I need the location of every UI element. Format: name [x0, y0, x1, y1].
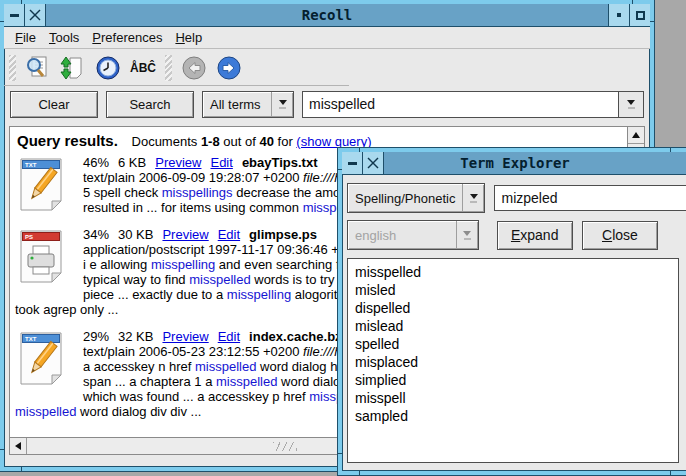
result-filename: glimpse.ps [249, 227, 317, 242]
chevron-down-icon[interactable] [271, 92, 293, 117]
term-list-item[interactable]: misspell [348, 389, 678, 407]
maximize-button[interactable] [629, 4, 650, 26]
result-relevance: 34% [83, 227, 109, 242]
result-filename: ebayTips.txt [242, 155, 318, 170]
scroll-left-icon [15, 442, 21, 450]
term-explorer-titlebar[interactable]: Term Explorer [342, 152, 686, 175]
forward-arrow-icon [216, 55, 242, 81]
term-list-item[interactable]: misplaced [348, 353, 678, 371]
expand-button[interactable]: Expand [497, 221, 573, 250]
search-type-value: All terms [203, 92, 271, 117]
preview-link[interactable]: Preview [155, 155, 201, 170]
result-filename: index.cache.bz2 [249, 329, 349, 344]
highlighted-term: misspelling [151, 257, 215, 272]
search-button[interactable]: Search [106, 91, 194, 118]
snippet-text: typical way to find [83, 272, 189, 287]
back-button[interactable] [179, 53, 209, 83]
svg-text:TXT: TXT [25, 162, 37, 168]
highlighted-term: misspelled [216, 374, 277, 389]
toolbar-grip[interactable] [165, 55, 172, 81]
menu-item-preferences[interactable]: Preferences [90, 29, 164, 46]
highlighted-term: misspelled [195, 359, 256, 374]
menu-item-file[interactable]: File [13, 29, 38, 46]
edit-link[interactable]: Edit [218, 329, 240, 344]
result-relevance: 46% [83, 155, 109, 170]
term-explorer-abc-icon: ÅBĈ [130, 61, 156, 75]
search-type-combo[interactable]: All terms [202, 91, 294, 118]
close-icon [367, 157, 379, 169]
term-list-item[interactable]: simplied [348, 371, 678, 389]
show-query-link[interactable]: (show query) [296, 134, 371, 149]
minimize-icon [10, 14, 19, 17]
dialog-title: Term Explorer [342, 152, 686, 174]
toolbar: ÅBĈ [4, 49, 650, 86]
snippet-text: piece ... exactly due to a [83, 287, 227, 302]
expansion-mode-row: Spelling/Phonetic [347, 183, 680, 213]
term-input[interactable] [494, 185, 686, 211]
term-list-item[interactable]: dispelled [348, 299, 678, 317]
desktop: { "colors":{ "frame_light":"#7dcbec","fr… [0, 0, 686, 476]
toolbar-grip[interactable] [9, 55, 16, 81]
close-button[interactable] [363, 152, 384, 174]
forward-button[interactable] [214, 53, 244, 83]
edit-link[interactable]: Edit [210, 155, 232, 170]
scroll-up-icon [632, 132, 640, 138]
sort-parameters-button[interactable] [58, 53, 88, 83]
term-list-item[interactable]: mislead [348, 317, 678, 335]
snippet-text: took agrep only ... [15, 302, 118, 317]
language-row: english Expand Close [347, 220, 658, 250]
main-titlebar[interactable]: Recoll [4, 4, 650, 27]
expansion-mode-combo[interactable]: Spelling/Phonetic [347, 183, 485, 213]
preview-link[interactable]: Preview [162, 227, 208, 242]
chevron-down-icon[interactable] [618, 92, 643, 117]
term-list-item[interactable]: spelled [348, 335, 678, 353]
term-list-item[interactable]: misspelled [348, 263, 678, 281]
snippet-text: text/plain 2006-05-23 23:12:55 +0200 [83, 344, 303, 359]
txt-document-pencil-icon: TXT [18, 331, 66, 387]
result-size: 30 KB [118, 227, 153, 242]
snippet-text: word dialog div div ... [76, 404, 201, 419]
clear-button[interactable]: Clear [10, 91, 98, 118]
result-relevance: 29% [83, 329, 109, 344]
history-button[interactable] [93, 53, 123, 83]
snippet-text: resulted in ... for items using common [83, 200, 303, 215]
results-range: 1-8 [201, 134, 220, 149]
close-icon [29, 9, 41, 21]
term-explorer-button[interactable]: ÅBĈ [128, 53, 158, 83]
postscript-printer-icon: PS [18, 229, 66, 285]
close-button[interactable] [25, 4, 46, 26]
results-total: 40 [259, 134, 273, 149]
close-dialog-button[interactable]: Close [582, 221, 658, 250]
back-arrow-icon [181, 55, 207, 81]
scroll-left-button[interactable] [10, 438, 27, 454]
sort-parameters-icon [60, 55, 86, 81]
results-for-label: for [278, 134, 293, 149]
highlighted-term: misspellings [162, 185, 233, 200]
expansion-mode-value: Spelling/Phonetic [348, 184, 462, 212]
minimize-button[interactable] [342, 152, 363, 174]
chevron-down-icon[interactable] [462, 184, 484, 212]
advanced-search-button[interactable] [23, 53, 53, 83]
snippet-text: which was found ... a accesskey p href [83, 389, 309, 404]
shade-button[interactable] [608, 4, 629, 26]
svg-text:TXT: TXT [25, 336, 37, 342]
menu-bar: FileToolsPreferencesHelp [4, 27, 650, 49]
preview-link[interactable]: Preview [162, 329, 208, 344]
snippet-text: application/postscript 1997-11-17 09:36:… [83, 242, 368, 257]
minimize-button[interactable] [4, 4, 25, 26]
menu-item-help[interactable]: Help [173, 29, 204, 46]
scroll-up-button[interactable] [628, 127, 644, 144]
term-list-item[interactable]: misled [348, 281, 678, 299]
size-grip[interactable] [273, 442, 297, 451]
result-size: 6 KB [118, 155, 146, 170]
snippet-text: text/plain 2006-09-09 19:28:07 +0200 [83, 170, 303, 185]
highlighted-term: misspelled [189, 272, 250, 287]
edit-link[interactable]: Edit [218, 227, 240, 242]
term-explorer-window: Term Explorer Spelling/Phonetic english … [338, 148, 686, 475]
menu-item-tools[interactable]: Tools [47, 29, 81, 46]
shade-icon [617, 13, 621, 17]
query-input[interactable] [303, 92, 618, 117]
result-size: 32 KB [118, 329, 153, 344]
query-combo[interactable] [302, 91, 644, 118]
term-list-item[interactable]: sampled [348, 407, 678, 425]
